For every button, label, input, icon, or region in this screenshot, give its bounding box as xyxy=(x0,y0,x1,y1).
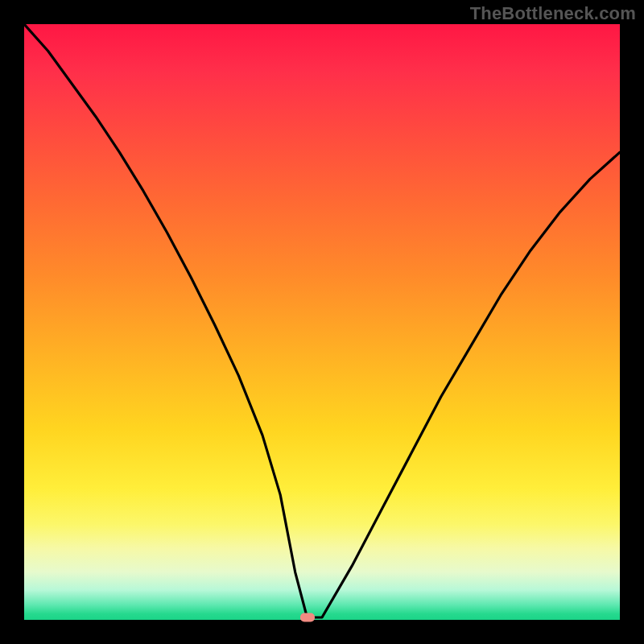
plot-area xyxy=(24,24,620,620)
curve-path xyxy=(24,24,620,617)
current-config-marker xyxy=(300,613,315,622)
bottleneck-curve xyxy=(24,24,620,620)
watermark-text: TheBottleneck.com xyxy=(470,3,636,24)
chart-frame: TheBottleneck.com xyxy=(0,0,644,644)
